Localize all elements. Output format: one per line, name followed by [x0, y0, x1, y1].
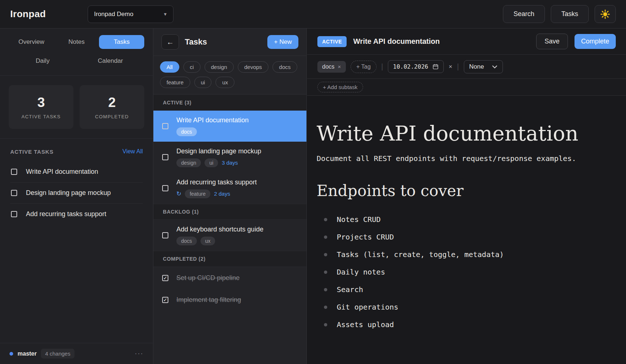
sun-icon: [600, 9, 610, 19]
stat-label: COMPLETED: [95, 114, 129, 119]
due-date-value: 10.02.2026: [393, 63, 428, 70]
task-row[interactable]: ✓ Set up CI/CD pipeline: [153, 267, 306, 289]
task-title: Write API documentation: [176, 116, 249, 124]
sidebar-tab-notes[interactable]: Notes: [54, 35, 99, 49]
filter-pill-devops[interactable]: devops: [238, 61, 268, 73]
task-list-panel: ← Tasks + New All ci design devops docs …: [153, 28, 307, 364]
recurring-icon: ↻: [176, 190, 181, 197]
sidebar-tab-calendar[interactable]: Calendar: [77, 54, 145, 68]
clear-date-icon[interactable]: ×: [448, 63, 452, 70]
task-title: Add keyboard shortcuts guide: [176, 226, 263, 233]
chevron-down-icon: [492, 65, 497, 69]
sidebar-tab-daily[interactable]: Daily: [9, 54, 77, 68]
filter-pill-ux[interactable]: ux: [215, 77, 234, 88]
top-bar: Ironpad Ironpad Demo ▼ Search Tasks: [0, 0, 626, 28]
tag-badge: docs: [176, 237, 197, 245]
list-item: Projects CRUD: [317, 228, 611, 246]
bullet-icon: [324, 218, 327, 221]
tag-badge: feature: [185, 189, 210, 198]
task-row[interactable]: Add keyboard shortcuts guide docs ux: [153, 220, 306, 251]
bullet-icon: [324, 235, 327, 239]
meta-separator: |: [457, 62, 459, 71]
bullet-text: Daily notes: [337, 268, 385, 276]
detail-header: ACTIVE Write API documentation Save Comp…: [307, 28, 626, 55]
checkbox-unchecked[interactable]: [11, 190, 17, 196]
bullet-text: Projects CRUD: [337, 233, 394, 241]
sidebar-tab-tasks[interactable]: Tasks: [99, 35, 144, 49]
checkbox-unchecked[interactable]: [162, 185, 168, 191]
list-item: Git operations: [317, 298, 611, 316]
task-row[interactable]: Add recurring tasks support ↻ feature 2 …: [153, 173, 306, 204]
filter-pill-all[interactable]: All: [160, 61, 179, 73]
list-item[interactable]: Add recurring tasks support: [10, 204, 143, 225]
checkbox-unchecked[interactable]: [162, 154, 168, 160]
task-row[interactable]: Write API documentation docs: [153, 111, 306, 142]
list-item-label: Design landing page mockup: [26, 189, 111, 197]
theme-toggle-button[interactable]: [595, 5, 616, 23]
subtask-row: + Add subtask: [307, 79, 626, 96]
list-item: Tasks (list, create, toggle, metadata): [317, 246, 611, 263]
checkbox-unchecked[interactable]: [162, 123, 168, 129]
add-subtask-button[interactable]: + Add subtask: [317, 82, 363, 92]
caret-down-icon: ▼: [163, 12, 168, 17]
checkbox-unchecked[interactable]: [162, 232, 168, 238]
bullet-text: Tasks (list, create, toggle, metadata): [337, 250, 504, 259]
task-row[interactable]: ✓ Implement tag filtering: [153, 289, 306, 311]
stat-card-active-tasks: 3 ACTIVE TASKS: [9, 85, 73, 129]
more-options-icon[interactable]: ···: [135, 350, 144, 357]
priority-select[interactable]: None: [464, 60, 503, 73]
arrow-left-icon: ←: [167, 38, 174, 46]
calendar-icon[interactable]: [432, 64, 439, 70]
back-button[interactable]: ←: [161, 34, 179, 50]
task-title: Set up CI/CD pipeline: [176, 274, 240, 282]
tag-filters: All ci design devops docs feature ui ux: [153, 56, 306, 95]
due-label: 2 days: [214, 191, 230, 197]
stat-value: 3: [37, 95, 45, 110]
list-item-label: Write API documentation: [26, 168, 98, 176]
status-badge: ACTIVE: [317, 36, 347, 47]
checkbox-unchecked[interactable]: [11, 211, 17, 217]
save-button[interactable]: Save: [536, 34, 568, 49]
remove-tag-icon[interactable]: ×: [338, 64, 341, 70]
left-sidebar: Overview Notes Tasks Daily Calendar 3 AC…: [0, 28, 153, 364]
changes-badge: 4 changes: [41, 349, 74, 359]
due-date-input[interactable]: 10.02.2026: [388, 60, 444, 73]
new-task-button[interactable]: + New: [267, 35, 298, 49]
filter-pill-ui[interactable]: ui: [194, 77, 212, 88]
list-item: Daily notes: [317, 263, 611, 281]
bullet-text: Search: [337, 285, 363, 294]
bullet-text: Assets upload: [337, 320, 394, 329]
filter-pill-feature[interactable]: feature: [160, 77, 190, 88]
add-tag-button[interactable]: + Tag: [351, 61, 377, 73]
tag-badge: design: [176, 158, 201, 167]
checkbox-checked[interactable]: ✓: [162, 297, 168, 303]
checkbox-checked[interactable]: ✓: [162, 275, 168, 281]
section-header-active: ACTIVE (3): [153, 95, 306, 111]
filter-pill-docs[interactable]: docs: [272, 61, 297, 73]
filter-pill-design[interactable]: design: [205, 61, 234, 73]
section-header-backlog: BACKLOG (1): [153, 204, 306, 220]
document-editor[interactable]: Write API documentation Document all RES…: [307, 96, 626, 364]
sidebar-tab-overview[interactable]: Overview: [9, 35, 54, 49]
list-item[interactable]: Write API documentation: [10, 161, 143, 183]
view-all-link[interactable]: View All: [122, 148, 143, 155]
search-button[interactable]: Search: [503, 5, 545, 23]
stat-label: ACTIVE TASKS: [22, 114, 61, 119]
project-select[interactable]: Ironpad Demo ▼: [88, 5, 173, 23]
document-title: Write API documentation: [317, 122, 611, 145]
checkbox-unchecked[interactable]: [11, 169, 17, 175]
complete-button[interactable]: Complete: [575, 34, 616, 49]
bullet-text: Git operations: [337, 303, 398, 311]
list-item[interactable]: Design landing page mockup: [10, 183, 143, 204]
tag-chip-label: docs: [322, 64, 335, 70]
branch-dot-icon: [9, 352, 13, 356]
git-status-bar: master 4 changes ···: [0, 343, 153, 364]
tasks-button[interactable]: Tasks: [551, 5, 589, 23]
stats-cards: 3 ACTIVE TASKS 2 COMPLETED: [0, 76, 153, 139]
filter-pill-ci[interactable]: ci: [183, 61, 201, 73]
task-title: Add recurring tasks support: [176, 179, 257, 186]
task-row[interactable]: Design landing page mockup design ui 3 d…: [153, 142, 306, 173]
task-list: ACTIVE (3) Write API documentation docs …: [153, 95, 306, 364]
document-description: Document all REST endpoints with request…: [317, 154, 611, 163]
tag-chip-docs[interactable]: docs ×: [317, 61, 346, 73]
